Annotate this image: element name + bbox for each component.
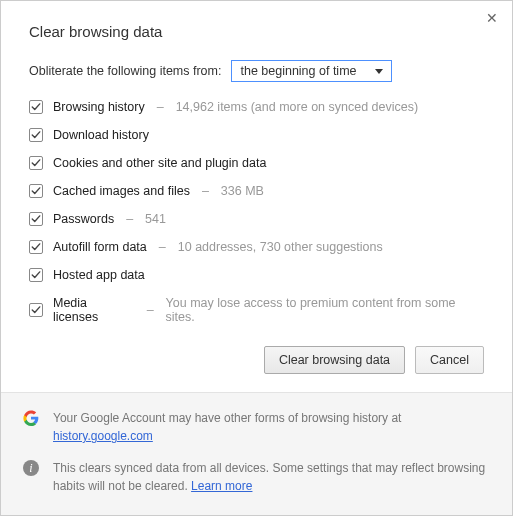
- item-note: 336 MB: [221, 184, 264, 198]
- data-type-item: Download history: [29, 128, 484, 142]
- clear-browsing-data-dialog: ✕ Clear browsing data Obliterate the fol…: [0, 0, 513, 516]
- separator: –: [202, 184, 209, 198]
- clear-browsing-data-button[interactable]: Clear browsing data: [264, 346, 405, 374]
- item-note: 541: [145, 212, 166, 226]
- item-note: 10 addresses, 730 other suggestions: [178, 240, 383, 254]
- obliterate-label: Obliterate the following items from:: [29, 64, 221, 78]
- item-label: Cookies and other site and plugin data: [53, 156, 266, 170]
- footer-info-text: This clears synced data from all devices…: [53, 459, 490, 495]
- item-label: Passwords: [53, 212, 114, 226]
- item-label: Download history: [53, 128, 149, 142]
- chevron-down-icon: [375, 69, 383, 74]
- learn-more-link[interactable]: Learn more: [191, 479, 252, 493]
- item-label: Browsing history: [53, 100, 145, 114]
- item-label: Cached images and files: [53, 184, 190, 198]
- time-range-select[interactable]: the beginning of time: [231, 60, 391, 82]
- data-type-item: Hosted app data: [29, 268, 484, 282]
- checkbox[interactable]: [29, 184, 43, 198]
- checkbox[interactable]: [29, 240, 43, 254]
- checkbox[interactable]: [29, 156, 43, 170]
- data-type-item: Cookies and other site and plugin data: [29, 156, 484, 170]
- separator: –: [126, 212, 133, 226]
- data-type-item: Autofill form data–10 addresses, 730 oth…: [29, 240, 484, 254]
- item-note: You may lose access to premium content f…: [166, 296, 484, 324]
- footer-google-row: Your Google Account may have other forms…: [23, 409, 490, 445]
- footer-google-text: Your Google Account may have other forms…: [53, 409, 490, 445]
- separator: –: [159, 240, 166, 254]
- item-label: Media licenses: [53, 296, 135, 324]
- dialog-title: Clear browsing data: [29, 23, 484, 40]
- data-type-list: Browsing history–14,962 items (and more …: [29, 100, 484, 324]
- checkbox[interactable]: [29, 100, 43, 114]
- dialog-content: Clear browsing data Obliterate the follo…: [1, 1, 512, 392]
- separator: –: [157, 100, 164, 114]
- checkbox[interactable]: [29, 303, 43, 317]
- data-type-item: Browsing history–14,962 items (and more …: [29, 100, 484, 114]
- dialog-footer: Your Google Account may have other forms…: [1, 392, 512, 515]
- history-google-link[interactable]: history.google.com: [53, 429, 153, 443]
- item-label: Autofill form data: [53, 240, 147, 254]
- time-range-value: the beginning of time: [240, 64, 356, 78]
- data-type-item: Passwords–541: [29, 212, 484, 226]
- footer-info-row: i This clears synced data from all devic…: [23, 459, 490, 495]
- close-icon[interactable]: ✕: [484, 11, 500, 27]
- checkbox[interactable]: [29, 268, 43, 282]
- item-label: Hosted app data: [53, 268, 145, 282]
- cancel-button[interactable]: Cancel: [415, 346, 484, 374]
- checkbox[interactable]: [29, 212, 43, 226]
- info-icon: i: [23, 460, 39, 476]
- separator: –: [147, 303, 154, 317]
- item-note: 14,962 items (and more on synced devices…: [176, 100, 419, 114]
- data-type-item: Media licenses–You may lose access to pr…: [29, 296, 484, 324]
- button-row: Clear browsing data Cancel: [29, 346, 484, 374]
- checkbox[interactable]: [29, 128, 43, 142]
- time-range-row: Obliterate the following items from: the…: [29, 60, 484, 82]
- google-icon: [23, 410, 39, 426]
- data-type-item: Cached images and files–336 MB: [29, 184, 484, 198]
